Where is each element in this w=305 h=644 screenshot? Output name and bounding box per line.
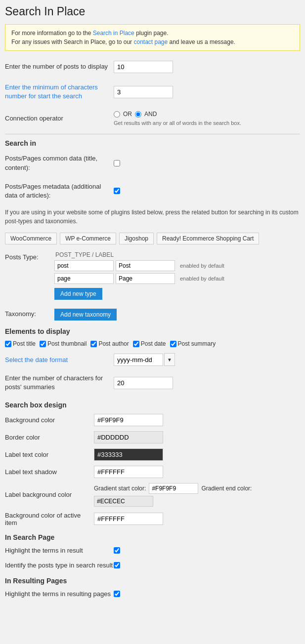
highlight-resulting-label: Highlight the terms in resulting pages <box>5 590 114 599</box>
bg-active-input[interactable] <box>94 513 163 525</box>
min-chars-label: Enter the minimum of characters number f… <box>5 83 114 101</box>
gradient-end-input[interactable] <box>94 496 153 507</box>
post-label-input[interactable] <box>116 260 175 271</box>
page-label-input[interactable] <box>116 273 175 284</box>
bg-color-input[interactable] <box>94 414 163 426</box>
page-title: Search In Place <box>5 5 300 18</box>
el-post-summary-label: Post summary <box>178 340 216 347</box>
taxonomy-section: Taxonomy: Add new taxonomy <box>5 307 300 321</box>
posts-pages-common-label: Posts/Pages common data (title, content)… <box>5 154 114 172</box>
min-chars-input[interactable] <box>114 86 173 98</box>
label-text-shadow-label: Label text shadow <box>5 468 94 476</box>
border-color-input[interactable] <box>94 431 163 443</box>
el-post-title-label: Post title <box>13 340 36 347</box>
el-post-author-wrapper: Post author <box>90 340 131 347</box>
identify-posts-checkbox[interactable] <box>114 562 120 568</box>
gradient-start-label: Gradient start color: <box>94 485 146 492</box>
date-format-input[interactable] <box>114 354 163 366</box>
search-in-title: Search in <box>5 134 300 147</box>
or-radio-line: OR AND <box>114 111 241 118</box>
jigoshop-btn[interactable]: Jigoshop <box>119 233 154 244</box>
add-new-type-btn[interactable]: Add new type <box>54 288 102 300</box>
bg-color-label: Background color <box>5 416 94 424</box>
label-text-shadow-input[interactable] <box>94 466 163 478</box>
search-in-place-link[interactable]: Search in Place <box>93 30 134 37</box>
contact-page-link[interactable]: contact page <box>133 39 168 45</box>
info-text-3: For any issues with Search in Place, go … <box>11 39 133 45</box>
or-label: OR <box>123 111 132 118</box>
in-resulting-pages-title: In Resulting Pages <box>5 577 300 585</box>
gradient-fields: Gradient start color: Gradient end color… <box>94 483 252 507</box>
num-chars-input[interactable] <box>114 377 173 389</box>
connection-operator-label: Connection operator <box>5 114 114 123</box>
el-post-title-wrapper: Post title <box>5 340 38 347</box>
num-posts-input[interactable] <box>114 61 173 73</box>
el-post-thumbnail-wrapper: Post thumbnail <box>40 340 88 347</box>
el-post-thumbnail-checkbox[interactable] <box>40 341 46 347</box>
woocommerce-btn[interactable]: WooCommerce <box>5 233 57 244</box>
num-chars-row: Enter the number of characters for posts… <box>5 372 300 394</box>
date-select-wrapper: ▼ <box>114 353 175 366</box>
highlight-terms-label: Highlight the terms in result <box>5 546 114 555</box>
post-enabled-text: enabled by default <box>180 263 224 269</box>
el-post-date-label: Post date <box>141 340 166 347</box>
label-text-color-label: Label text color <box>5 451 94 458</box>
label-text-color-input[interactable] <box>94 448 163 461</box>
and-radio[interactable] <box>135 111 141 118</box>
info-text-1: For more information go to the <box>11 30 93 37</box>
gradient-end-label: Gradient end color: <box>201 485 252 492</box>
el-post-date-checkbox[interactable] <box>133 341 139 347</box>
operator-hint: Get results with any or all of words in … <box>114 120 241 126</box>
posts-pages-common-row: Posts/Pages common data (title, content)… <box>5 152 300 174</box>
el-post-summary-checkbox[interactable] <box>170 341 176 347</box>
posts-pages-meta-row: Posts/Pages metadata (additional data of… <box>5 180 300 202</box>
connection-operator-row: Connection operator OR AND Get results w… <box>5 109 300 128</box>
ready-ecommerce-btn[interactable]: Ready! Ecommerce Shopping Cart <box>157 233 259 244</box>
identify-posts-row: Identify the posts type in search result <box>5 561 300 570</box>
info-text-4: and leave us a message. <box>168 39 235 45</box>
el-post-summary-wrapper: Post summary <box>170 340 218 347</box>
search-box-design-title: Search box design <box>5 401 300 409</box>
highlight-resulting-checkbox[interactable] <box>114 591 120 597</box>
date-format-label: Select the date format <box>5 356 114 363</box>
plugin-info-text: If you are using in your website some of… <box>5 208 300 226</box>
label-bg-color-row: Label background color Gradient start co… <box>5 483 300 507</box>
posts-type-label: Posts Type: <box>5 251 54 261</box>
posts-pages-common-checkbox[interactable] <box>114 160 120 166</box>
el-post-date-wrapper: Post date <box>133 340 168 347</box>
add-new-taxonomy-btn[interactable]: Add new taxonomy <box>54 309 117 321</box>
label-bg-color-label: Label background color <box>5 491 94 498</box>
plugin-buttons-group: WooCommerce WP e-Commerce Jigoshop Ready… <box>5 233 300 244</box>
el-post-thumbnail-label: Post thumbnail <box>47 340 87 347</box>
highlight-resulting-row: Highlight the terms in resulting pages <box>5 590 300 599</box>
in-search-page-title: In Search Page <box>5 533 300 541</box>
operator-radio-group: OR AND Get results with any or all of wo… <box>114 111 241 126</box>
post-type-input[interactable] <box>54 260 114 271</box>
taxonomy-label: Taxonomy: <box>5 310 54 318</box>
el-post-author-label: Post author <box>98 340 129 347</box>
info-box: For more information go to the Search in… <box>5 24 300 51</box>
bg-active-label: Background color of active item <box>5 512 94 526</box>
or-radio[interactable] <box>114 111 120 118</box>
el-post-title-checkbox[interactable] <box>5 341 11 347</box>
elements-checkboxes: Post title Post thumbnail Post author Po… <box>5 340 300 347</box>
identify-posts-label: Identify the posts type in search result <box>5 561 114 570</box>
bg-active-row: Background color of active item <box>5 512 300 526</box>
num-posts-row: Enter the number of posts to display <box>5 59 300 75</box>
num-posts-label: Enter the number of posts to display <box>5 62 114 71</box>
posts-pages-meta-checkbox[interactable] <box>114 188 120 194</box>
gradient-start-input[interactable] <box>149 483 198 494</box>
page-type-row: enabled by default <box>54 273 300 284</box>
page-enabled-text: enabled by default <box>180 276 224 282</box>
page-type-input[interactable] <box>54 273 114 284</box>
highlight-terms-checkbox[interactable] <box>114 547 120 554</box>
date-format-dropdown-arrow[interactable]: ▼ <box>164 353 175 366</box>
info-text-2: plugin page. <box>134 30 169 37</box>
wp-ecommerce-btn[interactable]: WP e-Commerce <box>60 233 116 244</box>
min-chars-row: Enter the minimum of characters number f… <box>5 81 300 103</box>
elements-section-title: Elements to display <box>5 327 300 335</box>
highlight-terms-row: Highlight the terms in result <box>5 546 300 555</box>
el-post-author-checkbox[interactable] <box>90 341 97 347</box>
num-chars-label: Enter the number of characters for posts… <box>5 374 114 392</box>
border-color-row: Border color <box>5 431 300 443</box>
